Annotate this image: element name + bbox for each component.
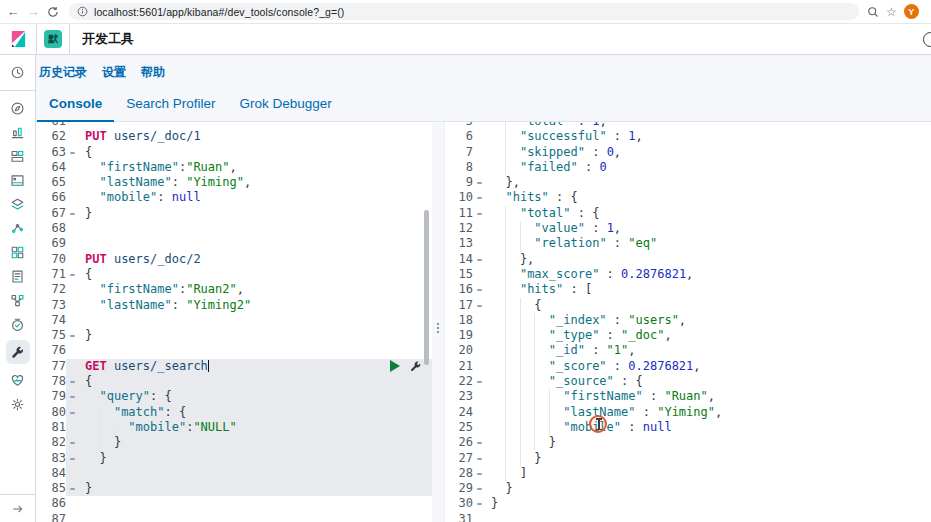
collapse-arrow-icon[interactable] [6, 501, 30, 517]
response-line-19[interactable]: 19 "_type" : "_doc", [445, 328, 931, 343]
response-line-26[interactable]: 26 } [445, 435, 931, 450]
sidebar-item-apm[interactable] [6, 292, 30, 308]
fold-toggle-icon[interactable] [66, 451, 77, 466]
editor-line-71[interactable]: 71{ [36, 267, 432, 282]
response-line-17[interactable]: 17 { [445, 298, 931, 313]
fold-toggle-icon[interactable] [473, 282, 483, 297]
editor-line-80[interactable]: 80 "match": { [36, 405, 432, 420]
fold-toggle-icon[interactable] [473, 206, 483, 221]
sidebar-item-maps[interactable] [6, 196, 30, 212]
response-line-24[interactable]: 24 "lastName" : "Yiming", [445, 405, 931, 420]
editor-line-66[interactable]: 66 "mobile": null [36, 190, 432, 205]
response-line-5[interactable]: 5 "total" : 1, [445, 122, 931, 129]
editor-line-62[interactable]: 62PUT users/_doc/1 [36, 129, 432, 144]
editor-line-87[interactable]: 87 [36, 512, 432, 522]
editor-line-81[interactable]: 81 "mobile":"NULL" [36, 420, 432, 435]
response-line-11[interactable]: 11 "total" : { [445, 206, 931, 221]
sidebar-item-machine-learning[interactable] [6, 220, 30, 236]
fold-toggle-icon[interactable] [66, 206, 77, 221]
response-line-31[interactable]: 31 [445, 512, 931, 522]
fold-toggle-icon[interactable] [66, 435, 77, 450]
fold-toggle-icon[interactable] [473, 466, 483, 481]
response-line-23[interactable]: 23 "firstName" : "Ruan", [445, 389, 931, 404]
reload-icon[interactable] [43, 6, 63, 18]
url-text[interactable]: localhost:5601/app/kibana#/dev_tools/con… [94, 6, 344, 18]
fold-toggle-icon[interactable] [473, 496, 483, 511]
response-line-8[interactable]: 8 "failed" : 0 [445, 160, 931, 175]
response-line-21[interactable]: 21 "_score" : 0.2876821, [445, 359, 931, 374]
zoom-icon[interactable] [867, 6, 879, 18]
response-line-29[interactable]: 29 } [445, 481, 931, 496]
sidebar-item-stack-monitoring[interactable] [6, 372, 30, 388]
editor-line-75[interactable]: 75} [36, 328, 432, 343]
response-line-16[interactable]: 16 "hits" : [ [445, 282, 931, 297]
editor-line-63[interactable]: 63{ [36, 145, 432, 160]
editor-line-79[interactable]: 79 "query": { [36, 389, 432, 404]
editor-line-85[interactable]: 85} [36, 481, 432, 496]
editor-line-74[interactable]: 74 [36, 313, 432, 328]
response-line-15[interactable]: 15 "max_score" : 0.2876821, [445, 267, 931, 282]
fold-toggle-icon[interactable] [473, 252, 483, 267]
sidebar-item-recently-viewed[interactable] [6, 65, 30, 81]
response-line-10[interactable]: 10 "hits" : { [445, 190, 931, 205]
fold-toggle-icon[interactable] [66, 145, 77, 160]
editor-line-76[interactable]: 76 [36, 343, 432, 358]
editor-line-70[interactable]: 70PUT users/_doc/2 [36, 252, 432, 267]
response-line-6[interactable]: 6 "successful" : 1, [445, 129, 931, 144]
help-link[interactable]: 帮助 [141, 64, 165, 81]
back-arrow-icon[interactable]: ← [3, 4, 23, 19]
address-bar[interactable]: localhost:5601/app/kibana#/dev_tools/con… [69, 3, 859, 20]
response-line-13[interactable]: 13 "relation" : "eq" [445, 236, 931, 251]
editor-line-72[interactable]: 72 "firstName":"Ruan2", [36, 282, 432, 297]
settings-link[interactable]: 设置 [102, 64, 126, 81]
sidebar-item-uptime[interactable] [6, 316, 30, 332]
response-line-28[interactable]: 28 ] [445, 466, 931, 481]
fold-toggle-icon[interactable] [66, 405, 77, 420]
fold-toggle-icon[interactable] [66, 389, 77, 404]
sidebar-item-canvas[interactable] [6, 172, 30, 188]
response-viewer[interactable]: 5 "total" : 1,6 "successful" : 1,7 "skip… [444, 122, 931, 522]
sidebar-item-visualize[interactable] [6, 124, 30, 140]
response-line-25[interactable]: 25 "mobile" : null [445, 420, 931, 435]
editor-line-73[interactable]: 73 "lastName": "Yiming2" [36, 298, 432, 313]
play-icon[interactable] [390, 360, 400, 372]
forward-arrow-icon[interactable]: → [23, 4, 43, 19]
fold-toggle-icon[interactable] [473, 481, 483, 496]
response-line-9[interactable]: 9 }, [445, 175, 931, 190]
sidebar-item-discover[interactable] [6, 100, 30, 116]
editor-line-65[interactable]: 65 "lastName": "Yiming", [36, 175, 432, 190]
editor-scrollbar[interactable] [424, 210, 429, 365]
space-switcher[interactable]: 默 [37, 24, 70, 54]
request-editor[interactable]: 6162PUT users/_doc/163{64 "firstName":"R… [36, 122, 432, 522]
editor-line-77[interactable]: 77GET users/_search [36, 359, 432, 374]
editor-line-67[interactable]: 67} [36, 206, 432, 221]
sidebar-item-dev-tools[interactable] [6, 340, 30, 364]
editor-line-78[interactable]: 78{ [36, 374, 432, 389]
response-line-18[interactable]: 18 "_index" : "users", [445, 313, 931, 328]
editor-line-64[interactable]: 64 "firstName":"Ruan", [36, 160, 432, 175]
fold-toggle-icon[interactable] [473, 374, 483, 389]
response-line-20[interactable]: 20 "_id" : "1", [445, 343, 931, 358]
fold-toggle-icon[interactable] [473, 190, 483, 205]
response-line-12[interactable]: 12 "value" : 1, [445, 221, 931, 236]
fold-toggle-icon[interactable] [66, 481, 77, 496]
profile-avatar[interactable]: Y [904, 4, 919, 19]
wrench-icon[interactable] [409, 360, 422, 373]
editor-line-86[interactable]: 86 [36, 496, 432, 511]
kibana-logo[interactable] [0, 24, 37, 54]
editor-line-82[interactable]: 82 } [36, 435, 432, 450]
fold-toggle-icon[interactable] [473, 451, 483, 466]
editor-line-84[interactable]: 84 [36, 466, 432, 481]
fold-toggle-icon[interactable] [66, 267, 77, 282]
sidebar-item-management[interactable] [6, 396, 30, 412]
response-line-30[interactable]: 30} [445, 496, 931, 511]
sidebar-item-metrics[interactable] [6, 244, 30, 260]
sidebar-item-logs[interactable] [6, 268, 30, 284]
bookmark-star-icon[interactable]: ☆ [886, 5, 897, 19]
response-line-7[interactable]: 7 "skipped" : 0, [445, 145, 931, 160]
panel-resize-handle[interactable] [432, 315, 444, 341]
tab-grok-debugger[interactable]: Grok Debugger [228, 96, 344, 121]
header-right-icon[interactable] [923, 32, 931, 47]
editor-line-83[interactable]: 83 } [36, 451, 432, 466]
tab-search-profiler[interactable]: Search Profiler [114, 96, 227, 121]
